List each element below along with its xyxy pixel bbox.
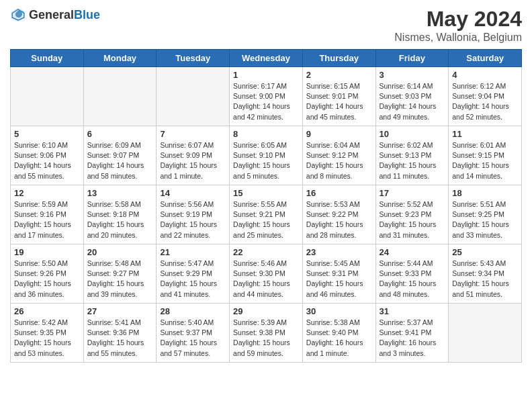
calendar-cell: 12Sunrise: 5:59 AM Sunset: 9:16 PM Dayli… [11,185,84,244]
week-row-3: 12Sunrise: 5:59 AM Sunset: 9:16 PM Dayli… [11,185,522,244]
calendar-cell: 24Sunrise: 5:44 AM Sunset: 9:33 PM Dayli… [375,244,449,304]
day-number: 26 [14,306,80,316]
day-number: 11 [452,129,518,139]
day-info: Sunrise: 6:09 AM Sunset: 9:07 PM Dayligh… [87,140,153,181]
day-info: Sunrise: 5:55 AM Sunset: 9:21 PM Dayligh… [233,199,299,240]
weekday-saturday: Saturday [449,50,522,67]
calendar-cell: 26Sunrise: 5:42 AM Sunset: 9:35 PM Dayli… [11,304,84,363]
calendar-cell: 14Sunrise: 5:56 AM Sunset: 9:19 PM Dayli… [157,185,230,244]
calendar-cell: 17Sunrise: 5:52 AM Sunset: 9:23 PM Dayli… [375,185,449,244]
day-number: 7 [160,129,226,139]
day-number: 17 [380,188,445,198]
day-number: 12 [14,188,80,198]
calendar-cell: 1Sunrise: 6:17 AM Sunset: 9:00 PM Daylig… [230,67,303,126]
calendar-table: SundayMondayTuesdayWednesdayThursdayFrid… [10,49,522,363]
day-info: Sunrise: 5:42 AM Sunset: 9:35 PM Dayligh… [14,318,80,359]
calendar-cell: 16Sunrise: 5:53 AM Sunset: 9:22 PM Dayli… [302,185,375,244]
day-number: 22 [233,247,299,257]
day-info: Sunrise: 5:39 AM Sunset: 9:38 PM Dayligh… [233,318,299,359]
day-info: Sunrise: 6:05 AM Sunset: 9:10 PM Dayligh… [233,140,299,181]
day-info: Sunrise: 5:50 AM Sunset: 9:26 PM Dayligh… [14,259,80,300]
day-number: 16 [306,188,372,198]
week-row-2: 5Sunrise: 6:10 AM Sunset: 9:06 PM Daylig… [11,126,522,185]
calendar-cell: 28Sunrise: 5:40 AM Sunset: 9:37 PM Dayli… [157,304,230,363]
week-row-1: 1Sunrise: 6:17 AM Sunset: 9:00 PM Daylig… [11,67,522,126]
calendar-cell [11,67,84,126]
day-info: Sunrise: 6:12 AM Sunset: 9:04 PM Dayligh… [452,81,518,122]
weekday-friday: Friday [375,50,449,67]
calendar-cell: 22Sunrise: 5:46 AM Sunset: 9:30 PM Dayli… [230,244,303,304]
day-info: Sunrise: 5:52 AM Sunset: 9:23 PM Dayligh… [380,199,445,240]
day-info: Sunrise: 5:58 AM Sunset: 9:18 PM Dayligh… [87,199,153,240]
day-number: 8 [233,129,299,139]
calendar-cell [83,67,157,126]
day-info: Sunrise: 5:46 AM Sunset: 9:30 PM Dayligh… [233,259,299,300]
day-number: 24 [380,247,445,257]
day-number: 15 [233,188,299,198]
day-number: 14 [160,188,226,198]
calendar-cell: 10Sunrise: 6:02 AM Sunset: 9:13 PM Dayli… [375,126,449,185]
calendar-cell: 2Sunrise: 6:15 AM Sunset: 9:01 PM Daylig… [302,67,375,126]
day-info: Sunrise: 5:38 AM Sunset: 9:40 PM Dayligh… [306,318,372,359]
day-info: Sunrise: 6:07 AM Sunset: 9:09 PM Dayligh… [160,140,226,181]
day-number: 3 [380,70,445,80]
day-info: Sunrise: 6:10 AM Sunset: 9:06 PM Dayligh… [14,140,80,181]
day-number: 10 [380,129,445,139]
day-info: Sunrise: 6:14 AM Sunset: 9:03 PM Dayligh… [380,81,445,122]
calendar-cell: 4Sunrise: 6:12 AM Sunset: 9:04 PM Daylig… [449,67,522,126]
day-number: 18 [452,188,518,198]
logo-text: GeneralBlue [29,8,100,22]
day-number: 31 [380,306,445,316]
calendar-cell: 30Sunrise: 5:38 AM Sunset: 9:40 PM Dayli… [302,304,375,363]
day-number: 29 [233,306,299,316]
calendar-body: 1Sunrise: 6:17 AM Sunset: 9:00 PM Daylig… [11,67,522,363]
calendar-cell: 29Sunrise: 5:39 AM Sunset: 9:38 PM Dayli… [230,304,303,363]
day-number: 20 [87,247,153,257]
day-number: 4 [452,70,518,80]
weekday-tuesday: Tuesday [157,50,230,67]
day-number: 25 [452,247,518,257]
calendar-cell: 5Sunrise: 6:10 AM Sunset: 9:06 PM Daylig… [11,126,84,185]
day-info: Sunrise: 5:51 AM Sunset: 9:25 PM Dayligh… [452,199,518,240]
calendar-cell: 13Sunrise: 5:58 AM Sunset: 9:18 PM Dayli… [83,185,157,244]
calendar-cell: 19Sunrise: 5:50 AM Sunset: 9:26 PM Dayli… [11,244,84,304]
calendar-cell: 31Sunrise: 5:37 AM Sunset: 9:41 PM Dayli… [375,304,449,363]
weekday-thursday: Thursday [302,50,375,67]
day-info: Sunrise: 5:43 AM Sunset: 9:34 PM Dayligh… [452,259,518,300]
main-title: May 2024 [394,7,522,32]
day-info: Sunrise: 5:56 AM Sunset: 9:19 PM Dayligh… [160,199,226,240]
logo: GeneralBlue [10,7,100,23]
day-number: 28 [160,306,226,316]
title-area: May 2024 Nismes, Wallonia, Belgium [394,7,522,44]
weekday-sunday: Sunday [11,50,84,67]
day-info: Sunrise: 5:59 AM Sunset: 9:16 PM Dayligh… [14,199,80,240]
calendar-cell: 3Sunrise: 6:14 AM Sunset: 9:03 PM Daylig… [375,67,449,126]
day-info: Sunrise: 6:17 AM Sunset: 9:00 PM Dayligh… [233,81,299,122]
calendar-cell: 7Sunrise: 6:07 AM Sunset: 9:09 PM Daylig… [157,126,230,185]
day-info: Sunrise: 5:44 AM Sunset: 9:33 PM Dayligh… [380,259,445,300]
day-info: Sunrise: 5:37 AM Sunset: 9:41 PM Dayligh… [380,318,445,359]
day-number: 13 [87,188,153,198]
day-number: 1 [233,70,299,80]
day-info: Sunrise: 6:04 AM Sunset: 9:12 PM Dayligh… [306,140,372,181]
day-number: 21 [160,247,226,257]
day-number: 6 [87,129,153,139]
calendar-cell: 27Sunrise: 5:41 AM Sunset: 9:36 PM Dayli… [83,304,157,363]
calendar-cell: 21Sunrise: 5:47 AM Sunset: 9:29 PM Dayli… [157,244,230,304]
day-info: Sunrise: 6:15 AM Sunset: 9:01 PM Dayligh… [306,81,372,122]
week-row-5: 26Sunrise: 5:42 AM Sunset: 9:35 PM Dayli… [11,304,522,363]
header: GeneralBlue May 2024 Nismes, Wallonia, B… [10,7,522,44]
day-info: Sunrise: 5:47 AM Sunset: 9:29 PM Dayligh… [160,259,226,300]
day-number: 30 [306,306,372,316]
logo-general: General [29,8,74,21]
calendar-cell: 25Sunrise: 5:43 AM Sunset: 9:34 PM Dayli… [449,244,522,304]
day-number: 27 [87,306,153,316]
day-info: Sunrise: 5:41 AM Sunset: 9:36 PM Dayligh… [87,318,153,359]
logo-blue: Blue [74,8,100,21]
day-info: Sunrise: 6:02 AM Sunset: 9:13 PM Dayligh… [380,140,445,181]
weekday-header: SundayMondayTuesdayWednesdayThursdayFrid… [11,50,522,67]
logo-icon [10,7,26,23]
week-row-4: 19Sunrise: 5:50 AM Sunset: 9:26 PM Dayli… [11,244,522,304]
day-info: Sunrise: 5:40 AM Sunset: 9:37 PM Dayligh… [160,318,226,359]
calendar-cell [157,67,230,126]
